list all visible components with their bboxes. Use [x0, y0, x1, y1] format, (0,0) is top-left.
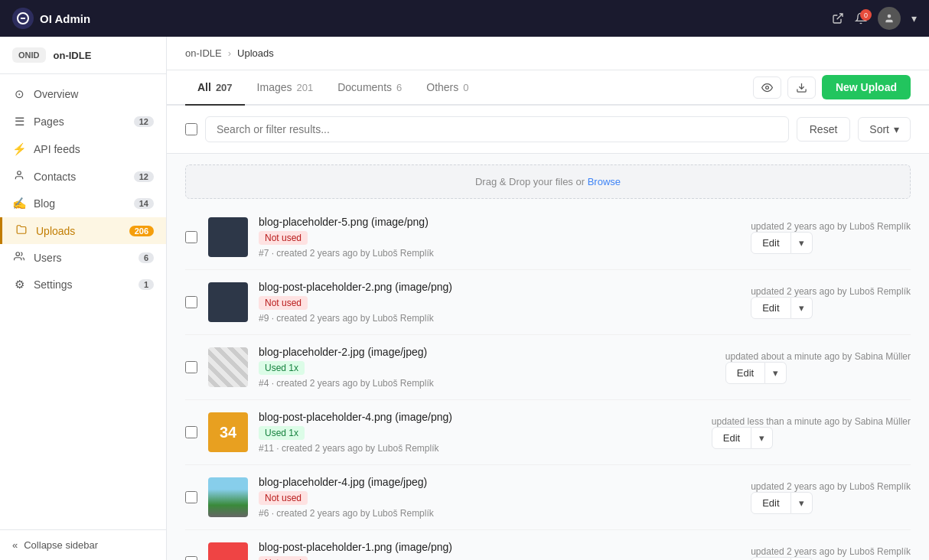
upload-meta-0: #7 · created 2 years ago by Luboš Remplí…	[259, 248, 740, 259]
sidebar-item-blog[interactable]: ✍ Blog 14	[0, 190, 166, 217]
org-name: on-IDLE	[54, 50, 92, 61]
avatar-chevron: ▾	[911, 12, 917, 24]
upload-filename-3: blog-post-placeholder-4.png (image/png)	[259, 411, 701, 423]
overview-icon: ⊙	[12, 87, 26, 101]
upload-updated-4: updated 2 years ago by Luboš Remplík	[751, 481, 911, 492]
tab-images-count: 201	[297, 82, 314, 93]
navbar: OI Admin 0 ▾	[0, 0, 929, 37]
upload-meta-3: #11 · created 2 years ago by Luboš Rempl…	[259, 443, 701, 454]
new-upload-button[interactable]: New Upload	[822, 75, 911, 99]
upload-status-1: Not used	[259, 296, 308, 310]
breadcrumb: on-IDLE › Uploads	[167, 37, 929, 70]
upload-actions-5: Edit ▾	[751, 557, 911, 561]
upload-checkbox-1[interactable]	[185, 296, 197, 308]
upload-right-5: updated 2 years ago by Luboš Remplík Edi…	[751, 546, 911, 561]
tab-documents-label: Documents	[337, 81, 392, 93]
sidebar-item-label: Blog	[34, 197, 126, 210]
upload-item: blog-post-placeholder-1.png (image/png) …	[185, 530, 911, 560]
upload-checkbox-0[interactable]	[185, 231, 197, 243]
collapse-sidebar-button[interactable]: « Collapse sidebar	[0, 529, 166, 560]
sidebar-item-label: API feeds	[34, 143, 154, 155]
reset-button[interactable]: Reset	[797, 117, 851, 142]
upload-status-2: Used 1x	[259, 361, 305, 375]
users-icon	[12, 251, 26, 264]
pages-badge: 12	[134, 116, 154, 127]
upload-item: blog-placeholder-2.jpg (image/jpeg) Used…	[185, 335, 911, 400]
upload-checkbox-4[interactable]	[185, 491, 197, 503]
download-button[interactable]	[787, 77, 816, 99]
upload-actions-4: Edit ▾	[751, 492, 911, 514]
edit-button-4[interactable]: Edit	[751, 492, 790, 514]
breadcrumb-root[interactable]: on-IDLE	[185, 47, 222, 59]
notifications-button[interactable]: 0	[855, 12, 867, 24]
external-link-button[interactable]	[832, 12, 844, 24]
upload-updated-3: updated less than a minute ago by Sabina…	[712, 416, 911, 427]
upload-checkbox-5[interactable]	[185, 556, 197, 560]
tab-all-label: All	[197, 81, 211, 93]
upload-item: blog-post-placeholder-2.png (image/png) …	[185, 270, 911, 335]
upload-meta-1: #9 · created 2 years ago by Luboš Remplí…	[259, 313, 740, 324]
settings-badge: 1	[139, 279, 154, 290]
edit-button-2[interactable]: Edit	[725, 362, 765, 384]
upload-actions-1: Edit ▾	[751, 297, 911, 319]
edit-button-1[interactable]: Edit	[751, 297, 790, 319]
tab-images[interactable]: Images 201	[245, 70, 326, 106]
upload-right-2: updated about a minute ago by Sabina Mül…	[725, 351, 911, 384]
upload-right-4: updated 2 years ago by Luboš Remplík Edi…	[751, 481, 911, 514]
upload-checkbox-3[interactable]	[185, 426, 197, 438]
upload-thumbnail-3: 34	[208, 412, 248, 452]
sidebar-item-uploads[interactable]: Uploads 206	[0, 217, 166, 244]
sidebar-item-contacts[interactable]: Contacts 12	[0, 163, 166, 190]
edit-button-3[interactable]: Edit	[712, 427, 751, 449]
upload-list: blog-placeholder-5.png (image/png) Not u…	[167, 199, 929, 560]
edit-chevron-button-1[interactable]: ▾	[791, 297, 813, 319]
upload-updated-2: updated about a minute ago by Sabina Mül…	[725, 351, 911, 362]
sidebar-item-overview[interactable]: ⊙ Overview	[0, 80, 166, 108]
tabs-actions: New Upload	[753, 75, 911, 99]
app-title: OI Admin	[40, 12, 90, 25]
edit-chevron-button-5[interactable]: ▾	[791, 557, 813, 561]
sidebar-item-pages[interactable]: ☰ Pages 12	[0, 108, 166, 135]
tab-others[interactable]: Others 0	[414, 70, 481, 106]
upload-item: 34 blog-post-placeholder-4.png (image/pn…	[185, 400, 911, 465]
user-avatar[interactable]	[878, 7, 901, 30]
sort-button[interactable]: Sort ▾	[858, 117, 911, 142]
api-feeds-icon: ⚡	[12, 142, 26, 156]
upload-right-1: updated 2 years ago by Luboš Remplík Edi…	[751, 286, 911, 319]
users-badge: 6	[139, 252, 154, 263]
sort-label: Sort	[869, 123, 889, 135]
upload-right-3: updated less than a minute ago by Sabina…	[712, 416, 911, 449]
select-all-checkbox[interactable]	[185, 123, 197, 135]
drop-zone[interactable]: Drag & Drop your files or Browse	[185, 164, 911, 199]
sidebar-item-users[interactable]: Users 6	[0, 244, 166, 271]
upload-thumbnail-0	[208, 217, 248, 257]
sidebar-item-label: Settings	[34, 278, 131, 291]
collapse-icon: «	[12, 539, 18, 551]
edit-chevron-button-0[interactable]: ▾	[791, 232, 813, 254]
collapse-label: Collapse sidebar	[24, 539, 98, 551]
edit-chevron-button-4[interactable]: ▾	[791, 492, 813, 514]
settings-icon: ⚙	[12, 278, 26, 291]
upload-updated-5: updated 2 years ago by Luboš Remplík	[751, 546, 911, 557]
upload-filename-5: blog-post-placeholder-1.png (image/png)	[259, 541, 740, 553]
upload-info-4: blog-placeholder-4.jpg (image/jpeg) Not …	[259, 476, 740, 519]
upload-checkbox-2[interactable]	[185, 361, 197, 373]
navbar-actions: 0 ▾	[832, 7, 917, 30]
blog-badge: 14	[134, 198, 154, 209]
edit-button-0[interactable]: Edit	[751, 232, 790, 254]
upload-actions-3: Edit ▾	[712, 427, 911, 449]
sidebar-item-label: Uploads	[36, 225, 122, 237]
upload-item: blog-placeholder-5.png (image/png) Not u…	[185, 205, 911, 270]
edit-chevron-button-3[interactable]: ▾	[751, 427, 773, 449]
sidebar-item-settings[interactable]: ⚙ Settings 1	[0, 271, 166, 298]
search-input[interactable]	[205, 116, 789, 142]
sidebar-item-api-feeds[interactable]: ⚡ API feeds	[0, 135, 166, 163]
browse-link[interactable]: Browse	[588, 176, 621, 187]
sidebar-nav: ⊙ Overview ☰ Pages 12 ⚡ API feeds Contac…	[0, 74, 166, 529]
edit-chevron-button-2[interactable]: ▾	[765, 362, 787, 384]
tab-documents[interactable]: Documents 6	[325, 70, 414, 106]
edit-button-5[interactable]: Edit	[751, 557, 790, 561]
view-toggle-button[interactable]	[753, 77, 781, 99]
tab-all[interactable]: All 207	[185, 70, 245, 106]
upload-status-3: Used 1x	[259, 426, 305, 440]
